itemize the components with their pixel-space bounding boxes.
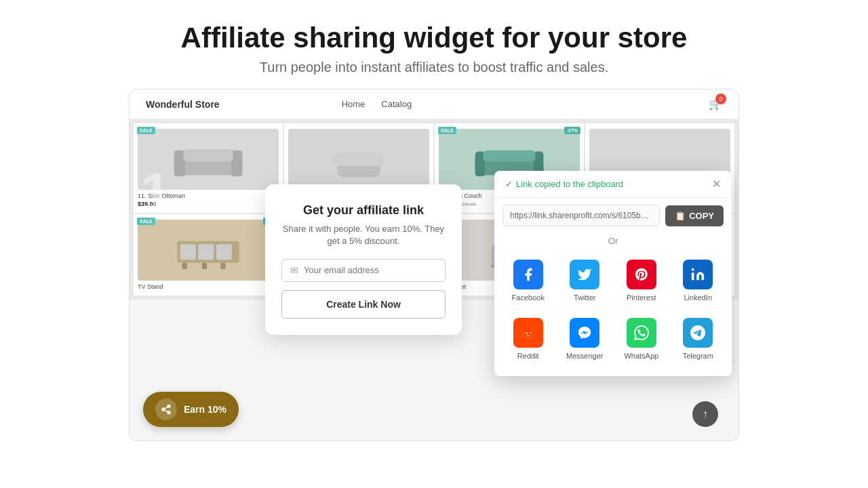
product-cell-1: SALE 1 11. Side Ottoman $39.00 [134, 123, 283, 213]
svg-rect-11 [180, 244, 196, 260]
p-price-1: $39.00 [138, 201, 279, 207]
svg-point-27 [167, 405, 170, 408]
social-pinterest[interactable]: Pinterest [613, 251, 670, 310]
twitter-label: Twitter [574, 293, 595, 302]
affiliate-title: Get your affiliate link [281, 203, 446, 218]
share-popup-header: ✓ Link copied to the clipboard ✕ [494, 171, 732, 198]
store-cart[interactable]: 🛒 0 [709, 98, 722, 110]
earn-button[interactable]: Earn 10% [143, 392, 239, 427]
product-img-1: 1 [138, 129, 279, 190]
store-preview: Wonderful Store Home Catalog 🛒 0 SALE [129, 89, 739, 441]
copy-button[interactable]: 📋 COPY [665, 205, 724, 226]
share-icon [155, 399, 177, 420]
email-input[interactable] [304, 265, 437, 275]
store-nav: Home Catalog [342, 99, 412, 109]
copy-icon: 📋 [675, 211, 686, 221]
pinterest-label: Pinterest [627, 293, 656, 302]
store-header: Wonderful Store Home Catalog 🛒 0 [130, 89, 738, 119]
twitter-icon [570, 260, 599, 289]
link-copied-message: ✓ Link copied to the clipboard [505, 179, 623, 189]
whatsapp-label: WhatsApp [624, 352, 658, 360]
svg-line-31 [165, 407, 168, 409]
svg-rect-9 [484, 150, 536, 162]
affiliate-desc: Share it with people. You earn 10%. They… [281, 223, 446, 247]
nav-catalog[interactable]: Catalog [381, 99, 412, 109]
email-icon: ✉ [290, 265, 298, 276]
telegram-label: Telegram [683, 352, 713, 360]
badge-sale-1: SALE [137, 127, 155, 134]
or-divider: Or [494, 233, 732, 251]
svg-rect-14 [182, 263, 187, 269]
linkedin-icon [683, 260, 713, 289]
facebook-icon [513, 260, 543, 289]
svg-rect-5 [334, 153, 383, 165]
messenger-icon [570, 318, 599, 348]
social-telegram[interactable]: Telegram [670, 310, 727, 368]
p-title-1: 11. Side Ottoman [138, 192, 279, 199]
reddit-icon [513, 318, 543, 348]
svg-line-30 [165, 410, 168, 412]
svg-point-25 [692, 268, 694, 271]
telegram-icon [683, 318, 713, 348]
product-cell-5: SALE -34% TV Stand [134, 214, 283, 296]
store-name: Wonderful Store [146, 99, 220, 110]
social-reddit[interactable]: Reddit [500, 310, 557, 368]
page-main-title: Affiliate sharing widget for your store [181, 22, 688, 54]
social-facebook[interactable]: Facebook [500, 251, 557, 310]
svg-rect-24 [692, 273, 694, 281]
url-display: https://link.sharenprofit.com/s/6105b7f1… [502, 205, 660, 226]
arrow-up-icon: ↑ [703, 408, 708, 420]
badge-sale-5: SALE [137, 218, 155, 225]
badge-sale-3: SALE [438, 127, 456, 134]
affiliate-widget: Get your affiliate link Share it with pe… [265, 184, 462, 334]
share-popup: ✓ Link copied to the clipboard ✕ https:/… [494, 171, 732, 376]
nav-home[interactable]: Home [342, 99, 366, 109]
close-button[interactable]: ✕ [712, 178, 721, 190]
checkmark-icon: ✓ [505, 179, 513, 189]
svg-point-29 [167, 411, 170, 414]
svg-rect-13 [216, 244, 232, 260]
svg-rect-16 [220, 263, 225, 269]
header-section: Affiliate sharing widget for your store … [167, 0, 701, 89]
scroll-top-button[interactable]: ↑ [692, 401, 718, 427]
facebook-label: Facebook [512, 293, 545, 302]
social-twitter[interactable]: Twitter [557, 251, 614, 310]
social-grid: Facebook Twitter Pinterest [494, 251, 732, 376]
product-img-5 [138, 220, 279, 281]
social-whatsapp[interactable]: WhatsApp [613, 310, 670, 368]
big-number-1: 1 [140, 165, 171, 190]
linkedin-label: LinkedIn [684, 293, 712, 302]
product-img-2 [288, 129, 429, 190]
url-row: https://link.sharenprofit.com/s/6105b7f1… [494, 198, 732, 233]
svg-rect-15 [202, 263, 207, 269]
page-sub-title: Turn people into instant affiliates to b… [181, 60, 688, 75]
svg-point-28 [162, 408, 165, 411]
svg-rect-3 [183, 149, 233, 161]
social-linkedin[interactable]: LinkedIn [670, 251, 727, 310]
pinterest-icon [627, 260, 656, 289]
social-messenger[interactable]: Messenger [557, 310, 614, 368]
reddit-label: Reddit [517, 352, 539, 360]
cart-badge: 0 [715, 94, 726, 104]
p-title-5: TV Stand [138, 283, 279, 290]
svg-rect-12 [198, 244, 214, 260]
earn-label: Earn 10% [184, 404, 226, 415]
page-wrapper: Affiliate sharing widget for your store … [0, 0, 868, 488]
badge-discount-3: -27% [564, 127, 580, 134]
email-input-wrapper[interactable]: ✉ [281, 259, 446, 282]
whatsapp-icon [627, 318, 656, 348]
create-link-button[interactable]: Create Link Now [281, 290, 446, 319]
messenger-label: Messenger [566, 352, 603, 360]
